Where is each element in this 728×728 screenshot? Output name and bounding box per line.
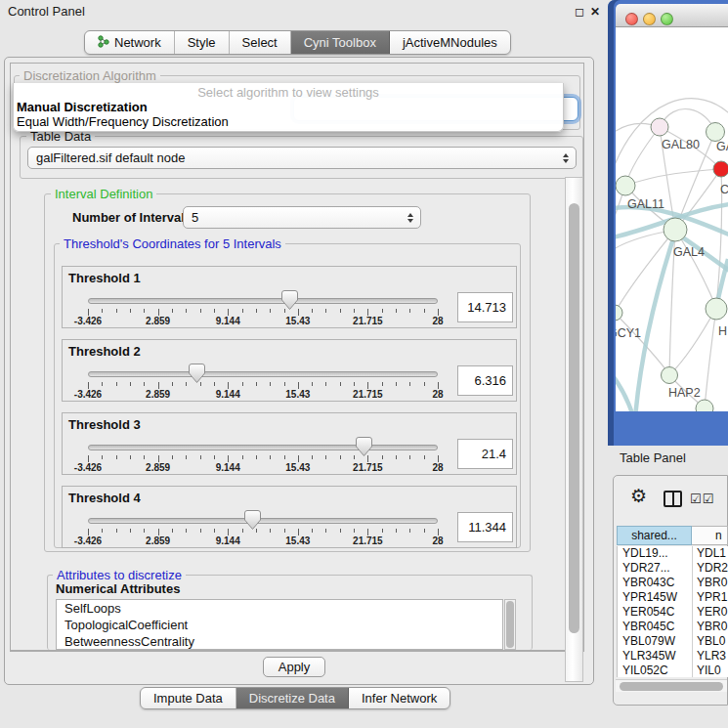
cell-name[interactable]: YBR0 [693,576,728,590]
table-row[interactable]: YDL19...YDL1 [618,546,728,561]
network-edge[interactable] [616,230,675,313]
number-of-intervals-combobox[interactable]: 5 [183,206,421,229]
table-row[interactable]: YPR145WYPR1 [618,590,728,605]
control-panel-scrollbar[interactable] [565,177,583,682]
tab-discretize-data[interactable]: Discretize Data [236,688,349,708]
tab-network[interactable]: Network [85,31,175,54]
network-node[interactable] [713,161,728,177]
number-of-intervals-value: 5 [192,207,401,228]
table-horizontal-scrollbar[interactable] [616,679,727,692]
cell-name[interactable]: YBL0 [693,634,728,649]
dropdown-item-manual-discretization[interactable]: Manual Discretization [17,100,148,114]
select-columns-checkboxes-icon[interactable]: ☑☑ [690,492,714,506]
threshold-slider-handle[interactable] [189,364,205,383]
network-node[interactable] [616,176,635,195]
zoom-traffic-light-icon[interactable] [661,13,673,25]
threshold-slider-track[interactable] [88,371,438,377]
tab-infer-network[interactable]: Infer Network [349,688,450,708]
table-row[interactable]: YDR27...YDR2 [618,561,728,576]
cell-name[interactable]: YBR0 [693,620,728,634]
slider-scale-label: 21.715 [343,462,392,473]
network-node-label: C [720,183,728,196]
network-canvas[interactable]: GAL80GACGAL11GAL4GCY1HHAP2 [616,27,728,411]
float-window-icon[interactable]: ◻ [573,5,586,19]
network-graph[interactable]: GAL80GACGAL11GAL4GCY1HHAP2 [616,27,728,411]
network-node[interactable] [706,298,727,320]
attribute-list-item[interactable]: SelfLoops [57,600,502,617]
table-row[interactable]: YBR045CYBR0 [618,620,728,634]
tab-impute-data[interactable]: Impute Data [141,688,236,708]
cell-name[interactable]: YIL0 [693,664,728,677]
cell-shared-name[interactable]: YDL19... [618,546,693,561]
threshold-value-field[interactable]: 11.344 [457,512,513,542]
close-traffic-light-icon[interactable] [625,13,638,25]
tab-label: Network [114,35,161,50]
slider-scale-label: 28 [413,462,462,473]
threshold-slider-handle[interactable] [281,290,298,310]
cell-shared-name[interactable]: YBL079W [618,634,693,649]
network-node[interactable] [664,218,687,241]
show-columns-icon[interactable] [664,491,682,507]
network-node[interactable] [707,123,725,142]
table-body[interactable]: YDL19...YDL1YDR27...YDR2YBR043CYBR0YPR14… [617,546,728,677]
network-window-titlebar[interactable] [616,4,728,27]
column-header-shared-name[interactable]: shared... [617,526,692,545]
network-node[interactable] [651,118,668,136]
cell-shared-name[interactable]: YIL052C [618,664,693,677]
cell-name[interactable]: YDL1 [693,546,728,561]
attribute-list-item[interactable]: BetweennessCentrality [57,633,502,650]
threshold-slider-handle[interactable] [244,510,261,530]
slider-scale-label: 21.715 [343,535,392,546]
network-edge[interactable] [625,169,721,186]
tab-cyni-toolbox[interactable]: Cyni Toolbox [291,31,390,54]
network-node[interactable] [662,367,678,384]
network-node[interactable] [616,305,622,321]
table-row[interactable]: YBL079WYBL0 [618,634,728,649]
apply-button[interactable]: Apply [263,657,325,677]
network-node-label: GA [716,140,728,153]
network-edge-thick[interactable] [635,233,675,411]
attribute-list-item[interactable]: TopologicalCoefficient [57,617,502,633]
threshold-label: Threshold 4 [68,491,141,505]
threshold-value-field[interactable]: 14.713 [457,292,513,322]
network-node[interactable] [696,400,713,411]
threshold-slider-track[interactable] [88,298,438,304]
dropdown-prompt-item[interactable]: Select algorithm to view settings [14,85,563,100]
column-header-name[interactable]: n [692,526,728,545]
close-icon[interactable]: ✕ [588,5,602,19]
cell-shared-name[interactable]: YBR043C [618,576,693,590]
threshold-slider-handle[interactable] [356,437,372,456]
cell-shared-name[interactable]: YPR145W [618,590,693,605]
network-edge[interactable] [675,230,716,308]
slider-scale-label: 15.43 [274,316,322,326]
gear-icon[interactable]: ⚙ [630,487,647,506]
threshold-value-field[interactable]: 6.316 [457,365,513,396]
table-data-combobox[interactable]: galFiltered.sif default node [27,147,577,169]
tab-select[interactable]: Select [230,31,291,54]
tab-jactivemnodules[interactable]: jActiveMNodules [390,31,510,54]
minimize-traffic-light-icon[interactable] [643,13,656,25]
cell-shared-name[interactable]: YER054C [618,605,693,620]
threshold-value-field[interactable]: 21.4 [457,439,513,469]
slider-scale-label: 21.715 [343,389,392,400]
numerical-attributes-list[interactable]: SelfLoopsTopologicalCoefficientBetweenne… [56,599,503,650]
table-row[interactable]: YIL052CYIL0 [618,664,728,677]
table-row[interactable]: YER054CYER0 [618,605,728,620]
cell-name[interactable]: YDR2 [693,561,728,576]
cell-shared-name[interactable]: YDR27... [618,561,693,576]
table-row[interactable]: YLR345WYLR3 [618,649,728,664]
threshold-slider-track[interactable] [88,518,438,524]
tab-style[interactable]: Style [175,31,230,54]
network-edge[interactable] [705,308,716,407]
attributes-list-scrollbar[interactable] [504,599,516,650]
table-row[interactable]: YBR043CYBR0 [618,576,728,590]
slider-scale-label: 9.144 [203,316,252,326]
cell-name[interactable]: YER0 [693,605,728,620]
threshold-slider-track[interactable] [88,445,438,450]
cell-name[interactable]: YLR3 [693,649,728,664]
group-title: Discretization Algorithm [20,68,160,83]
cell-shared-name[interactable]: YBR045C [618,620,693,634]
dropdown-item-equal-width-frequency[interactable]: Equal Width/Frequency Discretization [17,114,229,129]
cell-shared-name[interactable]: YLR345W [618,649,693,664]
cell-name[interactable]: YPR1 [693,590,728,605]
